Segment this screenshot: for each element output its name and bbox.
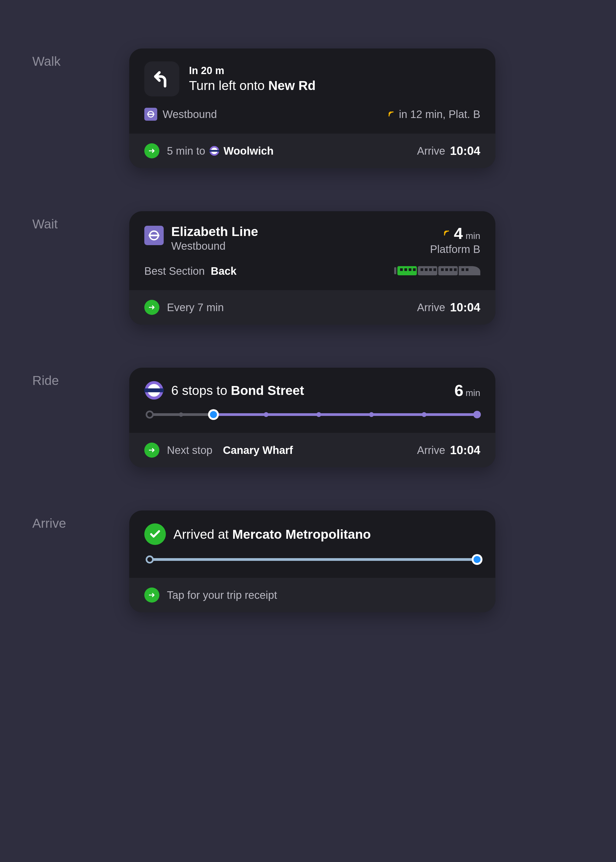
- walk-label: Walk: [32, 49, 129, 69]
- svg-rect-22: [454, 268, 457, 271]
- svg-point-30: [146, 411, 153, 418]
- svg-rect-7: [394, 267, 396, 274]
- svg-rect-6: [149, 234, 159, 236]
- wait-label: Wait: [32, 211, 129, 231]
- walk-row: Walk In 20 m Turn left onto New Rd: [32, 49, 584, 168]
- svg-rect-11: [409, 268, 412, 271]
- receipt-text: Tap for your trip receipt: [167, 589, 277, 601]
- svg-rect-10: [404, 268, 407, 271]
- ride-row: Ride 6 stops to Bond Street 6 min: [32, 368, 584, 467]
- walk-instruction: Turn left onto New Rd: [189, 78, 480, 93]
- go-arrow-icon: [144, 143, 159, 158]
- walk-distance: In 20 m: [189, 65, 480, 77]
- svg-rect-16: [429, 268, 432, 271]
- svg-point-33: [316, 412, 321, 417]
- walk-direction: Westbound: [163, 108, 217, 120]
- svg-rect-27: [144, 389, 164, 392]
- turn-left-icon: [144, 61, 179, 96]
- live-signal-icon: [443, 229, 451, 238]
- platform-text: Platform B: [430, 243, 480, 255]
- best-section: Best Section Back: [144, 265, 236, 277]
- elizabeth-roundel-icon: [144, 381, 164, 400]
- ride-eta: 6: [454, 381, 464, 400]
- ride-label: Ride: [32, 368, 129, 388]
- line-name: Elizabeth Line: [171, 224, 258, 239]
- check-icon: [144, 524, 166, 545]
- frequency: Every 7 min: [167, 301, 224, 313]
- svg-point-34: [369, 412, 374, 417]
- svg-rect-23: [462, 268, 464, 271]
- svg-point-36: [473, 411, 481, 418]
- ride-arrive-time: 10:04: [450, 444, 480, 457]
- ride-stops-text: 6 stops to Bond Street: [171, 383, 304, 398]
- svg-point-32: [264, 412, 269, 417]
- arrive-label: Arrive: [32, 510, 129, 531]
- svg-rect-17: [434, 268, 436, 271]
- svg-point-42: [474, 556, 481, 563]
- go-arrow-icon: [144, 588, 159, 602]
- walk-arrive-time: 10:04: [450, 144, 480, 157]
- svg-rect-19: [441, 268, 444, 271]
- svg-point-35: [422, 412, 426, 417]
- arrived-text: Arrived at Mercato Metropolitano: [173, 527, 371, 542]
- walk-next-time: in 12 min, Plat. B: [399, 108, 480, 120]
- tfl-roundel-icon: [144, 226, 164, 245]
- svg-point-40: [146, 556, 153, 563]
- svg-point-38: [210, 411, 217, 418]
- wait-eta: 4: [454, 224, 463, 243]
- arrive-row: Arrive Arrived at Mercato Metropolitano: [32, 510, 584, 612]
- svg-rect-12: [413, 268, 416, 271]
- go-arrow-icon: [144, 300, 159, 315]
- arrive-progress-bar: [146, 554, 481, 565]
- svg-rect-15: [425, 268, 427, 271]
- wait-footer[interactable]: Every 7 min Arrive 10:04: [129, 290, 495, 325]
- go-arrow-icon: [144, 443, 159, 458]
- walk-footer[interactable]: 5 min to Woolwich Arrive 10:04: [129, 134, 495, 168]
- line-direction: Westbound: [171, 240, 258, 252]
- svg-rect-1: [147, 114, 154, 115]
- next-stop: Canary Wharf: [223, 444, 293, 456]
- arrive-card[interactable]: Arrived at Mercato Metropolitano Tap for…: [129, 510, 495, 612]
- svg-rect-21: [449, 268, 452, 271]
- wait-arrive-time: 10:04: [450, 300, 480, 314]
- svg-rect-9: [400, 268, 403, 271]
- ride-card[interactable]: 6 stops to Bond Street 6 min: [129, 368, 495, 467]
- ride-footer[interactable]: Next stop Canary Wharf Arrive 10:04: [129, 433, 495, 467]
- trip-receipt-button[interactable]: Tap for your trip receipt: [129, 578, 495, 612]
- elizabeth-roundel-icon: [209, 145, 220, 156]
- tfl-roundel-icon: [144, 108, 157, 121]
- wait-row: Wait Elizabeth Line Westbound: [32, 211, 584, 325]
- svg-rect-20: [445, 268, 448, 271]
- svg-rect-14: [421, 268, 423, 271]
- svg-rect-24: [466, 268, 468, 271]
- walk-card[interactable]: In 20 m Turn left onto New Rd Westbound: [129, 49, 495, 168]
- svg-rect-4: [209, 150, 219, 152]
- svg-point-31: [179, 412, 183, 417]
- live-signal-icon: [388, 108, 396, 120]
- stops-progress-bar: [146, 409, 481, 420]
- wait-card[interactable]: Elizabeth Line Westbound 4 min Platform …: [129, 211, 495, 325]
- train-car-diagram-icon: [394, 266, 480, 277]
